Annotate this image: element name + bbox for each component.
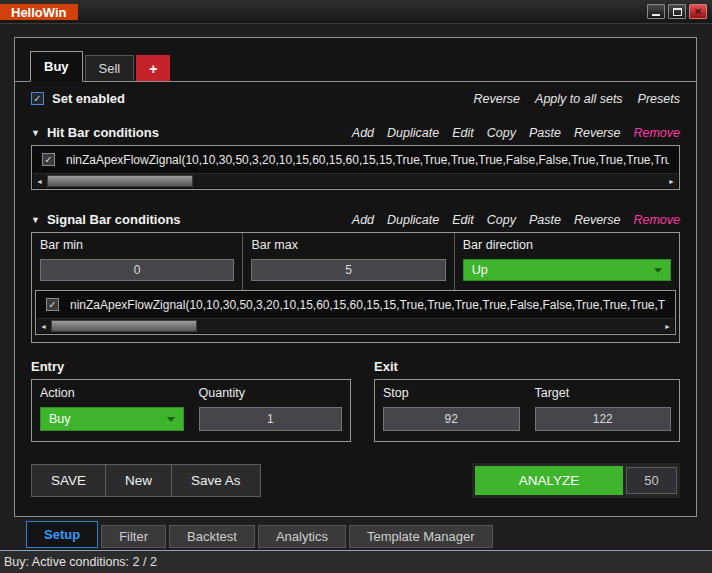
bar-direction-label: Bar direction [463,238,671,252]
action-value: Buy [49,412,71,426]
bar-direction-select[interactable]: Up [463,259,671,281]
signal-bar-header: ▼ Signal Bar conditions Add Duplicate Ed… [31,212,680,227]
bar-min-label: Bar min [40,238,234,252]
analyze-button[interactable]: ANALYZE [475,466,623,495]
action-select[interactable]: Buy [40,407,184,431]
paste-link[interactable]: Paste [529,126,561,140]
bar-max-field: Bar max 5 [242,233,453,290]
save-button-group: SAVE New Save As [31,464,261,497]
collapse-icon[interactable]: ▼ [31,215,40,225]
scroll-left-icon[interactable]: ◄ [37,319,50,334]
scroll-right-icon[interactable]: ► [661,319,674,334]
stop-field: Stop 92 [383,386,520,431]
copy-link[interactable]: Copy [487,126,516,140]
condition-row[interactable]: ✓ ninZaApexFlowZignal(10,10,30,50,3,20,1… [32,146,679,173]
edit-link[interactable]: Edit [452,126,474,140]
new-button[interactable]: New [105,464,172,497]
close-button[interactable]: ✕ [689,4,707,19]
condition-checkbox[interactable]: ✓ [42,153,55,166]
tab-backtest[interactable]: Backtest [169,525,255,548]
chevron-down-icon [167,417,175,422]
add-link[interactable]: Add [352,213,374,227]
quantity-input[interactable]: 1 [199,407,343,431]
condition-text: ninZaApexFlowZignal(10,10,30,50,3,20,10,… [70,298,665,312]
bar-min-field: Bar min 0 [32,233,242,290]
horizontal-scrollbar[interactable]: ◄ ► [37,318,674,333]
save-button[interactable]: SAVE [31,464,106,497]
maximize-icon [673,8,682,16]
analyze-value-input[interactable]: 50 [626,467,677,494]
exit-section: Exit Stop 92 Target 122 [374,359,680,442]
analyze-group: ANALYZE 50 [472,463,680,498]
reverse-link[interactable]: Reverse [574,126,621,140]
signal-bar-actions: Add Duplicate Edit Copy Paste Reverse Re… [352,213,680,227]
collapse-icon[interactable]: ▼ [31,128,40,138]
tab-buy[interactable]: Buy [30,51,83,82]
tab-setup[interactable]: Setup [26,521,98,548]
condition-checkbox[interactable]: ✓ [46,298,59,311]
stop-label: Stop [383,386,520,400]
scrollbar-thumb[interactable] [51,320,197,332]
close-icon: ✕ [694,7,702,17]
save-as-button[interactable]: Save As [171,464,261,497]
remove-link[interactable]: Remove [633,213,680,227]
add-link[interactable]: Add [352,126,374,140]
target-field: Target 122 [535,386,672,431]
scrollbar-thumb[interactable] [47,175,193,187]
duplicate-link[interactable]: Duplicate [387,126,439,140]
minimize-button[interactable] [647,4,665,19]
tab-sell[interactable]: Sell [85,55,135,81]
set-tabstrip: Buy Sell + [15,51,696,82]
set-enabled-label: Set enabled [52,91,125,106]
target-input[interactable]: 122 [535,407,672,431]
reverse-set-link[interactable]: Reverse [474,92,521,106]
chevron-down-icon [654,268,662,273]
check-icon: ✓ [48,300,56,310]
condition-text: ninZaApexFlowZignal(10,10,30,50,3,20,10,… [66,153,669,167]
condition-row[interactable]: ✓ ninZaApexFlowZignal(10,10,30,50,3,20,1… [36,291,675,318]
exit-title: Exit [374,359,680,374]
action-field: Action Buy [40,386,184,431]
maximize-button[interactable] [668,4,686,19]
hit-bar-header: ▼ Hit Bar conditions Add Duplicate Edit … [31,125,680,140]
reverse-link[interactable]: Reverse [574,213,621,227]
tab-filter[interactable]: Filter [101,525,166,548]
entry-section: Entry Action Buy Quantity 1 [31,359,351,442]
add-set-tab[interactable]: + [136,55,170,81]
set-enabled-checkbox[interactable]: ✓ [31,92,44,105]
bar-max-label: Bar max [251,238,445,252]
check-icon: ✓ [44,155,52,165]
signal-conditions-list: ✓ ninZaApexFlowZignal(10,10,30,50,3,20,1… [35,290,676,335]
bar-max-input[interactable]: 5 [251,259,445,281]
edit-link[interactable]: Edit [452,213,474,227]
minimize-icon [652,14,660,16]
signal-bar-panel: Bar min 0 Bar max 5 Bar direction Up [31,232,680,343]
apply-to-all-sets-link[interactable]: Apply to all sets [535,92,623,106]
signal-bar-title: Signal Bar conditions [47,212,181,227]
scroll-left-icon[interactable]: ◄ [33,174,46,189]
duplicate-link[interactable]: Duplicate [387,213,439,227]
bar-direction-value: Up [472,263,488,277]
hit-bar-actions: Add Duplicate Edit Copy Paste Reverse Re… [352,126,680,140]
scroll-right-icon[interactable]: ► [665,174,678,189]
quantity-field: Quantity 1 [199,386,343,431]
horizontal-scrollbar[interactable]: ◄ ► [33,173,678,188]
copy-link[interactable]: Copy [487,213,516,227]
window-controls: ✕ [647,4,707,19]
presets-link[interactable]: Presets [638,92,680,106]
tab-analytics[interactable]: Analytics [258,525,346,548]
quantity-label: Quantity [199,386,343,400]
set-enabled-row: ✓ Set enabled Reverse Apply to all sets … [31,91,680,106]
status-text: Buy: Active conditions: 2 / 2 [4,555,157,569]
status-bar: Buy: Active conditions: 2 / 2 [0,550,712,573]
entry-exit-row: Entry Action Buy Quantity 1 [31,359,680,442]
paste-link[interactable]: Paste [529,213,561,227]
window-title: HelloWin [0,4,78,20]
stop-input[interactable]: 92 [383,407,520,431]
action-label: Action [40,386,184,400]
tab-template-manager[interactable]: Template Manager [349,525,493,548]
check-icon: ✓ [33,94,41,104]
bar-min-input[interactable]: 0 [40,259,234,281]
remove-link[interactable]: Remove [633,126,680,140]
footer-toolbar: SAVE New Save As ANALYZE 50 [31,463,680,498]
